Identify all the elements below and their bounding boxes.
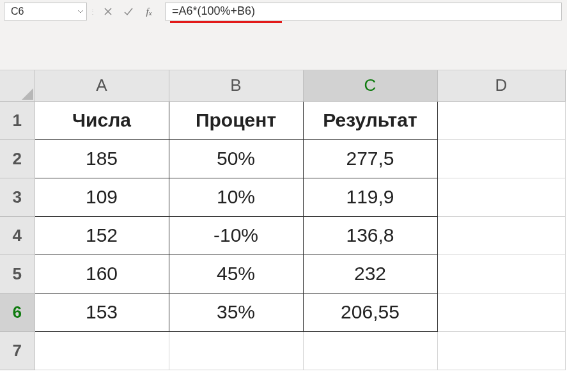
select-all-corner[interactable] (0, 70, 35, 101)
formula-bar-buttons: fx (96, 3, 161, 20)
cell-a7[interactable] (35, 331, 169, 370)
formula-underline (170, 21, 282, 23)
col-header-d[interactable]: D (437, 70, 565, 101)
cell-a4[interactable]: 152 (35, 216, 169, 255)
chevron-down-icon[interactable] (77, 6, 84, 17)
cell-a3[interactable]: 109 (35, 178, 169, 216)
cell-d5[interactable] (437, 255, 565, 293)
cell-d6[interactable] (437, 293, 565, 331)
cell-a2[interactable]: 185 (35, 139, 169, 178)
cell-c1[interactable]: Результат (303, 101, 437, 139)
cell-c6[interactable]: 206,55 (303, 293, 437, 331)
cell-a1[interactable]: Числа (35, 101, 169, 139)
formula-input[interactable]: =A6*(100%+B6) (165, 3, 562, 20)
col-header-a[interactable]: A (35, 70, 169, 101)
cell-d7[interactable] (437, 331, 565, 370)
cell-a6[interactable]: 153 (35, 293, 169, 331)
cell-d1[interactable] (437, 101, 565, 139)
cell-b4[interactable]: -10% (169, 216, 303, 255)
cell-b5[interactable]: 45% (169, 255, 303, 293)
cell-b2[interactable]: 50% (169, 139, 303, 178)
row-header-3[interactable]: 3 (0, 178, 35, 216)
formula-bar: C6 ⋮ fx =A6*(100%+B6) (0, 0, 567, 70)
cell-b7[interactable] (169, 331, 303, 370)
cell-b3[interactable]: 10% (169, 178, 303, 216)
spreadsheet-grid: A B C D 1 Числа Процент Результат 2 185 … (0, 70, 567, 370)
divider-handle[interactable]: ⋮ (91, 3, 95, 20)
row-header-2[interactable]: 2 (0, 139, 35, 178)
row-header-4[interactable]: 4 (0, 216, 35, 255)
cell-b6[interactable]: 35% (169, 293, 303, 331)
cell-b1[interactable]: Процент (169, 101, 303, 139)
fx-icon[interactable]: fx (142, 4, 156, 19)
row-header-1[interactable]: 1 (0, 101, 35, 139)
enter-icon[interactable] (121, 4, 136, 19)
cell-d2[interactable] (437, 139, 565, 178)
cell-c5[interactable]: 232 (303, 255, 437, 293)
row-header-6[interactable]: 6 (0, 293, 35, 331)
cell-d3[interactable] (437, 178, 565, 216)
cell-d4[interactable] (437, 216, 565, 255)
col-header-c[interactable]: C (303, 70, 437, 101)
cell-c3[interactable]: 119,9 (303, 178, 437, 216)
cell-a5[interactable]: 160 (35, 255, 169, 293)
formula-input-container: =A6*(100%+B6) (165, 3, 562, 20)
cancel-icon[interactable] (101, 4, 115, 19)
cell-c7[interactable] (303, 331, 437, 370)
cell-c4[interactable]: 136,8 (303, 216, 437, 255)
name-box[interactable]: C6 (4, 3, 87, 20)
name-box-value: C6 (11, 6, 24, 17)
col-header-b[interactable]: B (169, 70, 303, 101)
cell-c2[interactable]: 277,5 (303, 139, 437, 178)
row-header-5[interactable]: 5 (0, 255, 35, 293)
row-header-7[interactable]: 7 (0, 331, 35, 370)
